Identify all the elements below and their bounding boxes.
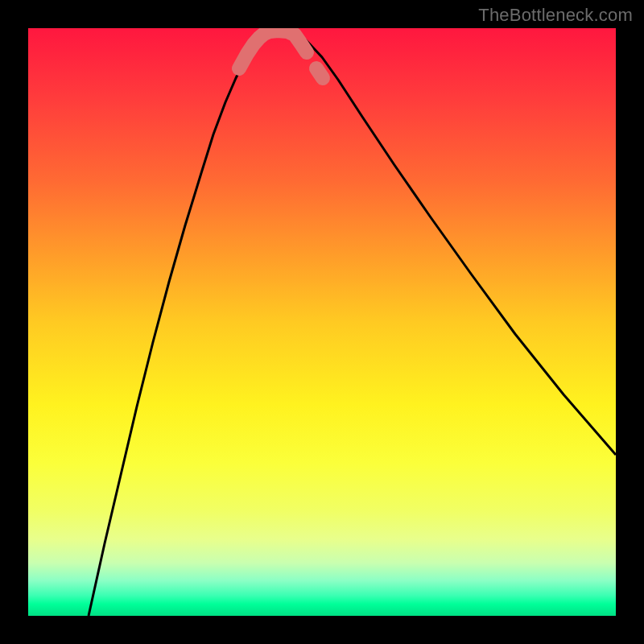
watermark-text: TheBottleneck.com xyxy=(478,5,633,26)
chart-frame: TheBottleneck.com xyxy=(0,0,644,644)
series-valley-marker-dot xyxy=(316,68,323,78)
plot-area xyxy=(28,28,616,616)
series-right-branch xyxy=(302,36,616,455)
curve-group xyxy=(89,31,616,616)
curve-layer xyxy=(28,28,616,616)
series-left-branch xyxy=(89,36,262,616)
series-valley-marker xyxy=(239,31,307,68)
